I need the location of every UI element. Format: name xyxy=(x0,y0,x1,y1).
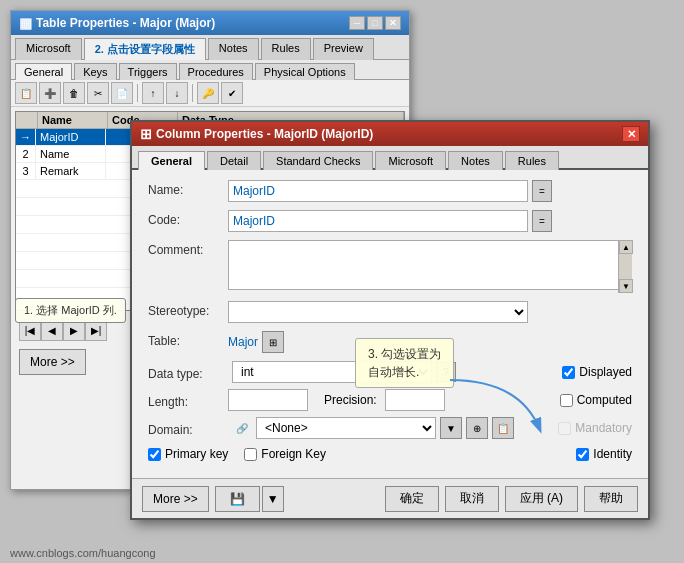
col-close-btn[interactable]: ✕ xyxy=(622,126,640,142)
col-ok-button[interactable]: 确定 xyxy=(385,486,439,512)
tb-btn9[interactable]: ✔ xyxy=(221,82,243,104)
fk-label: Foreign Key xyxy=(261,447,326,461)
sb-up[interactable]: ▲ xyxy=(619,240,633,254)
table-props-title: Table Properties - Major (Major) xyxy=(36,16,215,30)
col-titlebar: ⊞ Column Properties - MajorID (MajorID) … xyxy=(132,122,648,146)
code-input[interactable] xyxy=(228,210,528,232)
length-input[interactable] xyxy=(228,389,308,411)
hcell-name: Name xyxy=(38,112,108,128)
toolbar-sep2 xyxy=(192,84,193,102)
row-name-3: Remark xyxy=(36,163,106,179)
tab-preview[interactable]: Preview xyxy=(313,38,374,60)
pk-checkbox[interactable] xyxy=(148,448,161,461)
table-more-button[interactable]: More >> xyxy=(19,349,86,375)
col-apply-button[interactable]: 应用 (A) xyxy=(505,486,578,512)
tb-btn7[interactable]: ↓ xyxy=(166,82,188,104)
tb-btn5[interactable]: 📄 xyxy=(111,82,133,104)
titlebar-title: ▦ Table Properties - Major (Major) xyxy=(19,15,215,31)
col-save-icon-btn[interactable]: 💾 xyxy=(215,486,260,512)
sb-down[interactable]: ▼ xyxy=(619,279,633,293)
tb-btn6[interactable]: ↑ xyxy=(142,82,164,104)
col-tab-microsoft[interactable]: Microsoft xyxy=(375,151,446,170)
row-indicator-1: → xyxy=(16,129,36,145)
toolbar-sep1 xyxy=(137,84,138,102)
name-input-wrap: = xyxy=(228,180,632,202)
comment-scrollbar[interactable]: ▲ ▼ xyxy=(618,240,632,293)
close-btn[interactable]: ✕ xyxy=(385,16,401,30)
col-tab-stdchks[interactable]: Standard Checks xyxy=(263,151,373,170)
table-props-titlebar: ▦ Table Properties - Major (Major) ─ □ ✕ xyxy=(11,11,409,35)
table-tab-bar2: General Keys Triggers Procedures Physica… xyxy=(11,60,409,80)
tab-microsoft[interactable]: Microsoft xyxy=(15,38,82,60)
annotation-1: 1. 选择 MajorID 列. xyxy=(15,298,126,323)
col-save-dropdown-btn[interactable]: ▼ xyxy=(262,486,284,512)
tab-set-field-props[interactable]: 2. 点击设置字段属性 xyxy=(84,38,206,60)
pk-label: Primary key xyxy=(165,447,228,461)
tb-btn4[interactable]: ✂ xyxy=(87,82,109,104)
domain-icon: 🔗 xyxy=(232,418,252,438)
name-row: Name: = xyxy=(148,180,632,202)
tb-btn1[interactable]: 📋 xyxy=(15,82,37,104)
table-tab-bar: Microsoft 2. 点击设置字段属性 Notes Rules Previe… xyxy=(11,35,409,60)
fk-checkbox[interactable] xyxy=(244,448,257,461)
watermark: www.cnblogs.com/huangcong xyxy=(10,547,156,559)
code-label: Code: xyxy=(148,210,228,227)
tab-notes[interactable]: Notes xyxy=(208,38,259,60)
hcell-indicator xyxy=(16,112,38,128)
mandatory-chk: Mandatory xyxy=(558,421,632,435)
name-label: Name: xyxy=(148,180,228,197)
comment-textarea[interactable] xyxy=(228,240,632,290)
comment-row: Comment: ▲ ▼ xyxy=(148,240,632,293)
col-cancel-button[interactable]: 取消 xyxy=(445,486,499,512)
table-label: Table: xyxy=(148,331,228,348)
mandatory-checkbox[interactable] xyxy=(558,422,571,435)
name-eq-btn[interactable]: = xyxy=(532,180,552,202)
row-name-1: MajorID xyxy=(36,129,106,145)
tab-rules[interactable]: Rules xyxy=(261,38,311,60)
annotation3-arrow xyxy=(440,370,560,450)
col-tab-detail[interactable]: Detail xyxy=(207,151,261,170)
computed-checkbox[interactable] xyxy=(560,394,573,407)
identity-label: Identity xyxy=(593,447,632,461)
tab2-procedures[interactable]: Procedures xyxy=(179,63,253,80)
col-help-button[interactable]: 帮助 xyxy=(584,486,638,512)
stereotype-select[interactable] xyxy=(228,301,528,323)
stereotype-row: Stereotype: xyxy=(148,301,632,323)
datatype-label: Data type: xyxy=(148,364,228,381)
table-browse-btn[interactable]: ⊞ xyxy=(262,331,284,353)
tab2-keys[interactable]: Keys xyxy=(74,63,116,80)
col-more-button[interactable]: More >> xyxy=(142,486,209,512)
tb-btn8[interactable]: 🔑 xyxy=(197,82,219,104)
col-tab-general[interactable]: General xyxy=(138,151,205,170)
stereotype-label: Stereotype: xyxy=(148,301,228,318)
code-row: Code: = xyxy=(148,210,632,232)
precision-input[interactable] xyxy=(385,389,445,411)
col-tab-notes[interactable]: Notes xyxy=(448,151,503,170)
table-value-wrap: Major ⊞ xyxy=(228,331,284,353)
col-content: Name: = Code: = Comment: ▲ ▼ xyxy=(132,170,648,477)
mandatory-label: Mandatory xyxy=(575,421,632,435)
tab2-triggers[interactable]: Triggers xyxy=(119,63,177,80)
tb-btn3[interactable]: 🗑 xyxy=(63,82,85,104)
tab2-general[interactable]: General xyxy=(15,63,72,80)
fk-chk-item: Foreign Key xyxy=(244,447,326,461)
tb-btn2[interactable]: ➕ xyxy=(39,82,61,104)
code-input-wrap: = xyxy=(228,210,632,232)
window-controls: ─ □ ✕ xyxy=(349,16,401,30)
minimize-btn[interactable]: ─ xyxy=(349,16,365,30)
computed-chk: Computed xyxy=(560,393,632,407)
name-input[interactable] xyxy=(228,180,528,202)
row-indicator-2: 2 xyxy=(16,146,36,162)
displayed-checkbox[interactable] xyxy=(562,366,575,379)
pk-chk-item: Primary key xyxy=(148,447,228,461)
row-indicator-3: 3 xyxy=(16,163,36,179)
identity-checkbox[interactable] xyxy=(576,448,589,461)
tab2-physical[interactable]: Physical Options xyxy=(255,63,355,80)
maximize-btn[interactable]: □ xyxy=(367,16,383,30)
col-titlebar-title: ⊞ Column Properties - MajorID (MajorID) xyxy=(140,126,373,142)
col-tab-rules[interactable]: Rules xyxy=(505,151,559,170)
identity-chk: Identity xyxy=(576,447,632,461)
computed-label: Computed xyxy=(577,393,632,407)
domain-select[interactable]: <None> xyxy=(256,417,436,439)
code-eq-btn[interactable]: = xyxy=(532,210,552,232)
